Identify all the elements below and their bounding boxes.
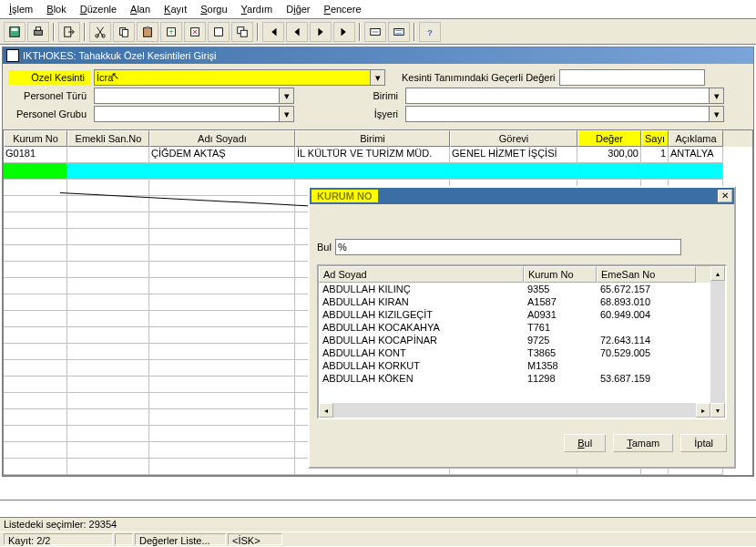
svg-text:?: ?	[427, 26, 433, 36]
menu-yardim[interactable]: Yardım	[236, 2, 279, 16]
kesinti-tanim-input[interactable]	[559, 69, 705, 86]
list-item[interactable]: ABDULLAH KÖKEN1129853.687.159	[319, 372, 710, 385]
kesinti-tanim-label: Kesinti Tanımındaki Geçerli Değeri	[402, 72, 556, 83]
list-item[interactable]: ABDULLAH KOCAPİNAR972572.643.114	[319, 334, 710, 346]
birimi-combo[interactable]: ▾	[405, 88, 724, 104]
list-item[interactable]: ABDULLAH KILINÇ935565.672.157	[319, 283, 710, 295]
menubar: İşlem Blok Düzenle Alan Kayıt Sorgu Yard…	[0, 0, 756, 19]
print-icon[interactable]	[27, 22, 49, 42]
status-context: <İSK>	[228, 533, 282, 545]
status-kayit: Kayıt: 2/2	[4, 533, 113, 545]
find-label: Bul	[317, 242, 332, 253]
svg-rect-2	[35, 30, 43, 35]
col-adi[interactable]: Adı Soyadı	[149, 130, 295, 147]
pl-col-ad[interactable]: Ad Soyad	[319, 266, 524, 283]
ozel-kesinti-label: Özel Kesinti	[8, 70, 90, 85]
find-input[interactable]	[335, 239, 681, 255]
menu-duzenle[interactable]: Düzenle	[75, 2, 122, 16]
scroll-left-icon[interactable]: ◂	[319, 403, 333, 418]
bul-button[interactable]: Bul	[564, 434, 606, 452]
duplicate-record-icon[interactable]	[231, 22, 253, 42]
toolbar: + × ?	[0, 19, 756, 45]
list-item[interactable]: ABDULLAH KIZILGEÇİTA093160.949.004	[319, 308, 710, 321]
col-emekli[interactable]: Emekli San.No	[67, 130, 149, 147]
prev-record-icon[interactable]	[286, 22, 308, 42]
list-item[interactable]: ABDULLAH KONTT386570.529.005	[319, 346, 710, 359]
menu-blok[interactable]: Blok	[41, 2, 71, 16]
personel-turu-label: Personel Türü	[8, 90, 90, 101]
personel-grubu-combo[interactable]: ▾	[94, 106, 294, 122]
scroll-right-icon[interactable]: ▸	[696, 403, 710, 418]
last-record-icon[interactable]	[333, 22, 355, 42]
svg-rect-1	[12, 27, 18, 31]
save-icon[interactable]	[4, 22, 26, 42]
svg-rect-3	[36, 26, 40, 30]
col-birimi[interactable]: Birimi	[295, 130, 450, 147]
statusbar: Listedeki seçimler: 29354 Kayıt: 2/2 Değ…	[0, 517, 756, 547]
col-aciklama[interactable]: Açıklama	[669, 130, 723, 147]
menu-sorgu[interactable]: Sorgu	[195, 2, 232, 16]
personel-turu-combo[interactable]: ▾	[94, 88, 294, 104]
cut-icon[interactable]	[89, 22, 111, 42]
svg-rect-8	[122, 29, 128, 36]
svg-rect-10	[146, 26, 149, 28]
paste-icon[interactable]	[137, 22, 158, 42]
ozel-kesinti-combo[interactable]: İcra ↖ ▾	[94, 69, 385, 86]
menu-pencere[interactable]: Pencere	[319, 2, 367, 16]
svg-text:+: +	[169, 26, 174, 36]
list-item[interactable]: ABDULLAH KOCAKAHYAT761	[319, 321, 710, 334]
svg-rect-15	[215, 27, 223, 36]
scroll-up-icon[interactable]: ▴	[710, 266, 725, 281]
pl-col-kurum[interactable]: Kurum No	[524, 266, 597, 283]
svg-point-6	[102, 34, 106, 37]
personel-grubu-label: Personel Grubu	[8, 108, 90, 119]
pl-col-eme[interactable]: EmeSan No	[597, 266, 696, 283]
first-record-icon[interactable]	[262, 22, 284, 42]
close-button[interactable]: ✕	[718, 190, 732, 202]
list-item[interactable]: ABDULLAH KORKUTM1358	[319, 359, 710, 372]
tamam-button[interactable]: Tamam	[613, 434, 673, 452]
titlebar: IKTHOKES: Tahakkuk Özel Kesintileri Giri…	[3, 47, 753, 64]
copy-icon[interactable]	[113, 22, 135, 42]
svg-rect-9	[144, 27, 152, 36]
isyeri-label: İşyeri	[356, 108, 402, 119]
lookup-popup: KURUM NO ✕ Bul Ad Soyad Kurum No EmeSan …	[308, 186, 736, 469]
svg-point-5	[96, 34, 99, 37]
new-record-icon[interactable]: +	[160, 22, 182, 42]
birimi-label: Birimi	[356, 90, 402, 101]
dropdown-arrow-icon[interactable]: ▾	[370, 70, 384, 85]
col-kurum-no[interactable]: Kurum No	[4, 130, 67, 147]
delete-record-icon[interactable]: ×	[184, 22, 206, 42]
iptal-button[interactable]: İptal	[680, 434, 727, 452]
svg-text:×: ×	[192, 26, 198, 36]
table-row-active[interactable]	[4, 163, 752, 180]
execute-query-icon[interactable]	[388, 22, 410, 42]
clear-record-icon[interactable]	[208, 22, 230, 42]
col-gorevi[interactable]: Görevi	[450, 130, 577, 147]
enter-query-icon[interactable]	[364, 22, 386, 42]
col-deger[interactable]: Değer	[577, 130, 641, 147]
svg-rect-17	[240, 30, 247, 36]
next-record-icon[interactable]	[310, 22, 332, 42]
table-row[interactable]: G0181 ÇİĞDEM AKTAŞ İL KÜLTÜR VE TURİZM M…	[4, 147, 752, 163]
status-list-count: Listedeki seçimler: 29354	[4, 519, 117, 531]
exit-icon[interactable]	[58, 22, 80, 42]
popup-title: KURUM NO	[312, 190, 378, 202]
svg-rect-19	[394, 28, 404, 35]
menu-alan[interactable]: Alan	[125, 2, 156, 16]
scroll-down-icon[interactable]: ▾	[710, 403, 725, 418]
help-icon[interactable]: ?	[419, 22, 441, 42]
menu-diger[interactable]: Diğer	[281, 2, 315, 16]
menu-islem[interactable]: İşlem	[4, 2, 38, 16]
window-icon	[6, 49, 19, 62]
isyeri-combo[interactable]: ▾	[405, 106, 724, 122]
status-mode: Değerler Liste...	[135, 533, 226, 545]
list-item[interactable]: ABDULLAH KIRANA158768.893.010	[319, 295, 710, 308]
menu-kayit[interactable]: Kayıt	[158, 2, 192, 16]
col-sayi[interactable]: Sayı	[641, 130, 669, 147]
window-title: IKTHOKES: Tahakkuk Özel Kesintileri Giri…	[23, 50, 217, 61]
